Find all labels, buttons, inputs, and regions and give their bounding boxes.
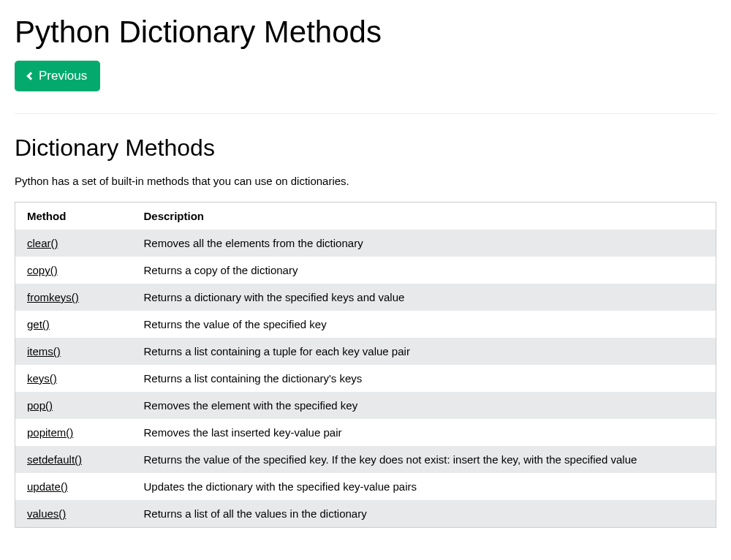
- method-cell: copy(): [15, 257, 132, 284]
- methods-table-header-method: Method: [15, 203, 132, 230]
- method-link[interactable]: fromkeys(): [27, 291, 79, 303]
- method-link[interactable]: pop(): [27, 399, 53, 412]
- description-cell: Returns a list containing the dictionary…: [132, 365, 716, 392]
- table-row: setdefault()Returns the value of the spe…: [15, 446, 716, 473]
- table-row: popitem()Removes the last inserted key-v…: [15, 419, 716, 446]
- table-row: values()Returns a list of all the values…: [15, 500, 716, 528]
- method-link[interactable]: setdefault(): [27, 453, 82, 466]
- methods-table-header-description: Description: [132, 203, 716, 230]
- method-cell: pop(): [15, 392, 132, 419]
- method-link[interactable]: get(): [27, 318, 50, 330]
- method-cell: keys(): [15, 365, 132, 392]
- table-row: clear()Removes all the elements from the…: [15, 230, 716, 257]
- method-cell: popitem(): [15, 419, 132, 446]
- description-cell: Returns the value of the specified key. …: [132, 446, 716, 473]
- method-link[interactable]: values(): [27, 507, 66, 520]
- method-cell: clear(): [15, 230, 132, 257]
- table-row: items()Returns a list containing a tuple…: [15, 338, 716, 365]
- description-cell: Removes the element with the specified k…: [132, 392, 716, 419]
- divider: [15, 113, 716, 114]
- method-link[interactable]: copy(): [27, 264, 58, 276]
- method-link[interactable]: clear(): [27, 237, 58, 249]
- previous-button-label: Previous: [39, 69, 87, 83]
- intro-text: Python has a set of built-in methods tha…: [15, 175, 716, 187]
- description-cell: Returns the value of the specified key: [132, 311, 716, 338]
- table-row: fromkeys()Returns a dictionary with the …: [15, 284, 716, 311]
- description-cell: Removes all the elements from the dictio…: [132, 230, 716, 257]
- method-link[interactable]: items(): [27, 345, 61, 357]
- methods-table: Method Description clear()Removes all th…: [15, 202, 716, 528]
- method-cell: values(): [15, 500, 132, 528]
- method-cell: fromkeys(): [15, 284, 132, 311]
- description-cell: Removes the last inserted key-value pair: [132, 419, 716, 446]
- method-cell: items(): [15, 338, 132, 365]
- description-cell: Returns a list containing a tuple for ea…: [132, 338, 716, 365]
- table-row: keys()Returns a list containing the dict…: [15, 365, 716, 392]
- description-cell: Returns a copy of the dictionary: [132, 257, 716, 284]
- method-cell: update(): [15, 473, 132, 500]
- table-row: copy()Returns a copy of the dictionary: [15, 257, 716, 284]
- method-link[interactable]: popitem(): [27, 426, 73, 439]
- table-row: update()Updates the dictionary with the …: [15, 473, 716, 500]
- table-row: pop()Removes the element with the specif…: [15, 392, 716, 419]
- method-link[interactable]: update(): [27, 480, 68, 493]
- section-heading: Dictionary Methods: [15, 135, 716, 162]
- table-row: get()Returns the value of the specified …: [15, 311, 716, 338]
- page-title: Python Dictionary Methods: [15, 15, 716, 50]
- chevron-left-icon: [26, 72, 34, 80]
- description-cell: Returns a dictionary with the specified …: [132, 284, 716, 311]
- method-link[interactable]: keys(): [27, 372, 57, 385]
- method-cell: get(): [15, 311, 132, 338]
- description-cell: Updates the dictionary with the specifie…: [132, 473, 716, 500]
- method-cell: setdefault(): [15, 446, 132, 473]
- description-cell: Returns a list of all the values in the …: [132, 500, 716, 528]
- previous-button[interactable]: Previous: [15, 61, 100, 91]
